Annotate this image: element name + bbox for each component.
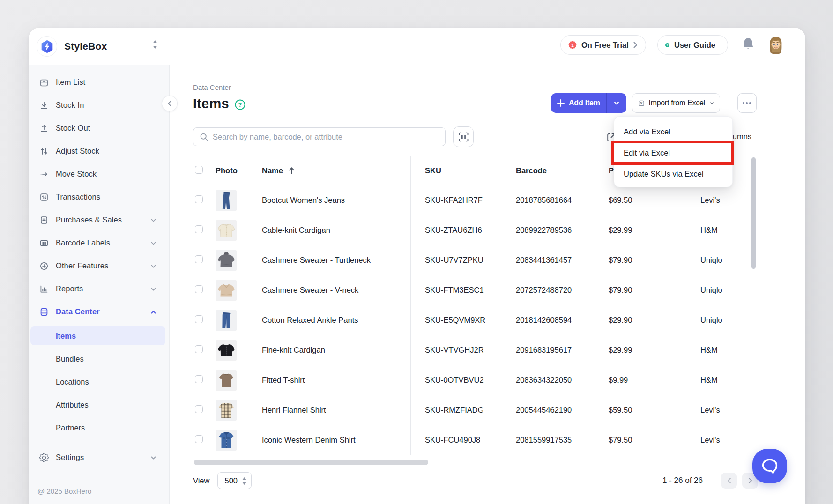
sidebar-collapse-button[interactable] <box>162 96 178 111</box>
header-name[interactable]: Name <box>262 166 410 175</box>
workspace-brand[interactable]: StyleBox <box>37 36 107 57</box>
header-sku[interactable]: SKU <box>410 156 516 185</box>
sidebar-subitem-bundles[interactable]: Bundles <box>29 348 169 371</box>
cell-sku: SKU-RMZFIADG <box>410 395 516 425</box>
sidebar-subitem-items[interactable]: Items <box>30 326 165 345</box>
row-checkbox[interactable] <box>195 195 203 203</box>
cell-price: $79.90 <box>609 256 700 265</box>
sidebar-item-other-features[interactable]: Other Features <box>29 254 169 277</box>
cell-price: $9.99 <box>609 376 700 385</box>
page-size-stepper[interactable]: 500 <box>217 472 252 489</box>
workspace-switcher-icon[interactable] <box>152 39 158 50</box>
table-row-6[interactable]: Fine-knit Cardigan SKU-VTVGHJ2R 20916831… <box>193 335 755 365</box>
table-row-1[interactable]: Bootcut Women's Jeans SKU-KFA2HR7F 20187… <box>193 185 755 215</box>
app-title: StyleBox <box>64 41 107 52</box>
cell-sku: SKU-ZTAU6ZH6 <box>410 215 516 245</box>
chevron-down-icon <box>150 286 156 294</box>
notifications-button[interactable] <box>742 37 755 50</box>
cell-name: Cashmere Sweater - V-neck <box>262 286 410 295</box>
menu-item-add-via-excel[interactable]: Add via Excel <box>614 121 732 142</box>
cell-price: $79.50 <box>609 436 700 445</box>
copyright-text: @ 2025 BoxHero <box>37 487 91 495</box>
item-photo-turtleneck-sweater <box>216 250 237 271</box>
chat-launcher-button[interactable] <box>752 449 787 483</box>
cell-name: Henri Flannel Shirt <box>262 406 410 415</box>
table-row-2[interactable]: Cable-knit Cardigan SKU-ZTAU6ZH6 2089922… <box>193 215 755 245</box>
sidebar-item-barcode-labels[interactable]: Barcode Labels <box>29 231 169 254</box>
user-avatar[interactable] <box>766 36 785 54</box>
search-input[interactable] <box>213 133 428 141</box>
archive-box-icon <box>39 78 49 87</box>
horizontal-scrollbar[interactable] <box>194 460 428 465</box>
cell-sku: SKU-KFA2HR7F <box>410 185 516 215</box>
barcode-scan-button[interactable] <box>453 126 474 147</box>
add-item-button[interactable]: Add Item <box>551 93 626 113</box>
cell-price: $29.99 <box>609 346 700 355</box>
cell-name: Fitted T-shirt <box>262 376 410 385</box>
item-photo-denim-shirt <box>216 430 237 451</box>
topbar: StyleBox 1 On Free Trial ? User Guide <box>29 28 805 65</box>
chevron-down-icon <box>150 240 156 248</box>
row-checkbox[interactable] <box>195 405 203 413</box>
ellipsis-icon <box>742 102 751 104</box>
sidebar-item-stock-in[interactable]: Stock In <box>29 94 169 117</box>
header-barcode[interactable]: Barcode <box>516 166 609 175</box>
free-trial-button[interactable]: 1 On Free Trial <box>560 35 646 55</box>
cell-sku: SKU-U7V7ZPKU <box>410 245 516 275</box>
stylebox-logo <box>37 36 57 57</box>
cell-barcode: 2018785681664 <box>516 196 609 205</box>
user-guide-button[interactable]: ? User Guide <box>657 35 728 55</box>
table-row-7[interactable]: Fitted T-shirt SKU-0OTVBVU2 208363432205… <box>193 365 755 395</box>
item-photo-ankle-pants <box>216 310 237 331</box>
sidebar-subitem-partners[interactable]: Partners <box>29 416 169 439</box>
breadcrumb: Data Center <box>193 83 231 91</box>
sidebar-subitem-locations[interactable]: Locations <box>29 371 169 393</box>
cell-price: $29.90 <box>609 316 700 325</box>
vertical-scrollbar[interactable] <box>751 157 756 269</box>
trial-badge-icon: 1 <box>568 41 577 49</box>
menu-item-edit-via-excel[interactable]: Edit via Excel <box>614 142 732 163</box>
row-checkbox[interactable] <box>195 225 203 233</box>
cell-barcode: 2081559917535 <box>516 436 609 445</box>
table-row-3[interactable]: Cashmere Sweater - Turtleneck SKU-U7V7ZP… <box>193 245 755 275</box>
row-checkbox[interactable] <box>195 315 203 323</box>
chevron-down-icon <box>150 263 156 271</box>
sort-ascending-icon <box>288 167 295 175</box>
sidebar-item-item-list[interactable]: Item List <box>29 71 169 94</box>
add-item-dropdown-toggle[interactable] <box>606 93 626 113</box>
sidebar-item-settings[interactable]: Settings <box>29 446 169 469</box>
item-photo-flannel-shirt <box>216 400 237 421</box>
sidebar-item-stock-out[interactable]: Stock Out <box>29 117 169 140</box>
barcode-scan-icon <box>458 132 469 142</box>
sidebar-item-transactions[interactable]: Transactions <box>29 185 169 208</box>
table-row-8[interactable]: Henri Flannel Shirt SKU-RMZFIADG 2005445… <box>193 395 755 425</box>
menu-item-update-skus-via-excel[interactable]: Update SKUs via Excel <box>614 163 732 185</box>
sidebar-subitem-attributes[interactable]: Attributes <box>29 393 169 416</box>
table-row-5[interactable]: Cotton Relaxed Ankle Pants SKU-E5QVM9XR … <box>193 305 755 335</box>
row-checkbox[interactable] <box>195 375 203 383</box>
row-checkbox[interactable] <box>195 345 203 353</box>
chevron-down-icon <box>613 100 620 106</box>
item-photo-fine-knit-cardigan <box>216 340 237 361</box>
row-checkbox[interactable] <box>195 285 203 293</box>
cell-sku: SKU-VTVGHJ2R <box>410 335 516 365</box>
cell-name: Cashmere Sweater - Turtleneck <box>262 256 410 265</box>
more-actions-button[interactable] <box>737 93 757 113</box>
select-all-checkbox[interactable] <box>195 166 203 174</box>
sidebar-item-reports[interactable]: Reports <box>29 277 169 300</box>
cell-sku: SKU-E5QVM9XR <box>410 305 516 335</box>
arrows-up-down-icon <box>39 147 49 156</box>
table-row-4[interactable]: Cashmere Sweater - V-neck SKU-FTM3ESC1 2… <box>193 275 755 305</box>
sidebar-item-adjust-stock[interactable]: Adjust Stock <box>29 140 169 163</box>
sidebar-item-purchases-sales[interactable]: Purchases & Sales <box>29 208 169 231</box>
row-checkbox[interactable] <box>195 435 203 443</box>
import-from-excel-button[interactable]: X Import from Excel <box>632 93 720 113</box>
svg-text:?: ? <box>667 43 669 46</box>
help-circle-icon[interactable]: ? <box>235 99 245 110</box>
sidebar-item-move-stock[interactable]: Move Stock <box>29 163 169 185</box>
previous-page-button[interactable] <box>721 473 737 489</box>
cell-name: Iconic Western Denim Shirt <box>262 436 410 445</box>
sidebar-item-data-center[interactable]: Data Center <box>29 300 169 323</box>
row-checkbox[interactable] <box>195 255 203 263</box>
table-row-9[interactable]: Iconic Western Denim Shirt SKU-FCU490J8 … <box>193 425 755 455</box>
